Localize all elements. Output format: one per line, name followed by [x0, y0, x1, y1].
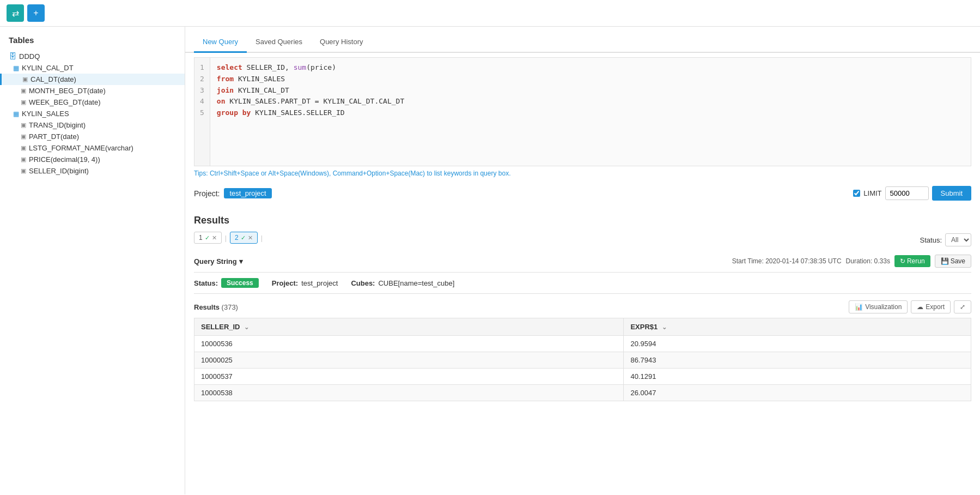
sidebar-item-part-dt[interactable]: ▣ PART_DT(date)	[0, 131, 185, 142]
exchange-button[interactable]: ⇄	[7, 4, 24, 22]
chevron-down-icon: ▾	[239, 257, 243, 265]
meta-right: Start Time: 2020-01-14 07:38:35 UTC Dura…	[732, 255, 971, 268]
start-time: Start Time: 2020-01-14 07:38:35 UTC	[732, 257, 842, 265]
tab-sep: |	[223, 234, 229, 242]
cell-seller-id: 10000538	[194, 385, 624, 401]
status-filter-area: Status: All	[920, 233, 971, 246]
sort-icon: ⌄	[662, 324, 667, 330]
sidebar-item-label: KYLIN_SALES	[22, 110, 69, 118]
cell-seller-id: 10000536	[194, 336, 624, 352]
sidebar-item-label: KYLIN_CAL_DT	[22, 64, 74, 72]
close-icon[interactable]: ✕	[212, 234, 217, 242]
status-bar: Query String ▾ Start Time: 2020-01-14 07…	[194, 255, 971, 268]
content-area: New Query Saved Queries Query History 1 …	[185, 27, 980, 494]
query-string-label-text: Query String	[194, 257, 237, 265]
submit-button[interactable]: Submit	[932, 186, 971, 201]
col-icon: ▣	[21, 144, 26, 152]
sidebar-item-label: PRICE(decimal(19, 4))	[29, 155, 100, 164]
result-tabs: 1 ✓ ✕ | 2 ✓ ✕ |	[194, 232, 265, 244]
project-group: Project: test_project	[272, 279, 338, 287]
viz-label: Visualization	[865, 303, 902, 311]
cell-expr1: 40.1291	[624, 369, 971, 385]
project-row: Project: test_project LIMIT Submit	[185, 180, 980, 206]
result-tab-num: 2	[235, 234, 239, 242]
count-label-text: Results	[194, 303, 220, 311]
cell-seller-id: 10000537	[194, 369, 624, 385]
export-icon: ☁	[917, 303, 923, 311]
rerun-icon: ↻	[900, 257, 905, 265]
export-label: Export	[926, 303, 945, 311]
sidebar-item-seller-id[interactable]: ▣ SELLER_ID(bigint)	[0, 165, 185, 177]
cubes-label: Cubes:	[351, 279, 375, 287]
status-info-label: Status:	[194, 279, 218, 287]
results-count-label: Results (373)	[194, 303, 238, 311]
sidebar-item-kylin-sales[interactable]: ▦ KYLIN_SALES	[0, 108, 185, 119]
cubes-group: Cubes: CUBE[name=test_cube]	[351, 279, 454, 287]
data-table: SELLER_ID ⌄ EXPR$1 ⌄ 10000536 20.9594 10…	[194, 318, 971, 401]
limit-checkbox[interactable]	[853, 190, 860, 197]
sidebar-item-lstg-format-name[interactable]: ▣ LSTG_FORMAT_NAME(varchar)	[0, 142, 185, 154]
status-group: Status: Success	[194, 278, 259, 288]
save-label: Save	[951, 257, 965, 265]
cell-expr1: 20.9594	[624, 336, 971, 352]
col-icon: ▣	[21, 99, 26, 106]
tabs-bar: New Query Saved Queries Query History	[185, 32, 980, 53]
check-icon: ✓	[205, 234, 210, 242]
sidebar-item-kylin-cal-dt[interactable]: ▦ KYLIN_CAL_DT	[0, 62, 185, 74]
visualization-button[interactable]: 📊 Visualization	[849, 300, 908, 313]
sidebar-item-cal-dt[interactable]: ▣ CAL_DT(date)	[0, 74, 185, 85]
sidebar-item-price[interactable]: ▣ PRICE(decimal(19, 4))	[0, 154, 185, 165]
project-label: Project:	[194, 189, 220, 198]
col-header-expr1[interactable]: EXPR$1 ⌄	[624, 318, 971, 336]
rerun-button[interactable]: ↻ Rerun	[894, 255, 930, 267]
status-filter-label: Status:	[920, 236, 942, 244]
bar-chart-icon: 📊	[855, 303, 863, 311]
col-header-seller-id[interactable]: SELLER_ID ⌄	[194, 318, 624, 336]
count-value: (373)	[222, 303, 238, 311]
expand-button[interactable]: ⤢	[954, 300, 971, 313]
sidebar-item-trans-id[interactable]: ▣ TRANS_ID(bigint)	[0, 119, 185, 131]
project-badge[interactable]: test_project	[224, 188, 271, 198]
save-button[interactable]: 💾 Save	[935, 255, 971, 268]
cell-expr1: 26.0047	[624, 385, 971, 401]
db-icon: 🗄	[9, 52, 16, 61]
code-area[interactable]: select SELLER_ID, sum(price) from KYLIN_…	[210, 58, 411, 166]
sidebar-item-label: MONTH_BEG_DT(date)	[29, 87, 106, 95]
query-editor[interactable]: 1 2 3 4 5 select SELLER_ID, sum(price) f…	[194, 57, 971, 166]
query-string-toggle[interactable]: Query String ▾	[194, 257, 243, 265]
limit-area: LIMIT Submit	[853, 186, 971, 201]
tab-query-history[interactable]: Query History	[311, 32, 372, 53]
table-icon: ▦	[13, 64, 19, 72]
result-tab-2[interactable]: 2 ✓ ✕	[230, 232, 258, 244]
cell-seller-id: 10000025	[194, 352, 624, 369]
close-icon[interactable]: ✕	[248, 234, 253, 242]
line-numbers: 1 2 3 4 5	[194, 58, 210, 166]
limit-label: LIMIT	[863, 189, 881, 197]
sidebar-item-label: TRANS_ID(bigint)	[29, 121, 86, 129]
add-button[interactable]: +	[27, 4, 45, 22]
table-row: 10000025 86.7943	[194, 352, 971, 369]
tab-sep: |	[259, 234, 265, 242]
status-badge: Success	[221, 278, 259, 288]
sidebar-title: Tables	[0, 35, 185, 50]
limit-input[interactable]	[885, 186, 929, 200]
status-select[interactable]: All	[945, 233, 971, 246]
col-icon: ▣	[21, 156, 26, 163]
results-count-row: Results (373) 📊 Visualization ☁ Export ⤢	[194, 300, 971, 313]
cubes-value: CUBE[name=test_cube]	[378, 279, 454, 287]
top-toolbar: ⇄ +	[0, 0, 980, 27]
sidebar-item-month-beg-dt[interactable]: ▣ MONTH_BEG_DT(date)	[0, 85, 185, 96]
table-row: 10000538 26.0047	[194, 385, 971, 401]
sidebar-item-label: CAL_DT(date)	[31, 75, 76, 83]
sidebar-item-week-beg-dt[interactable]: ▣ WEEK_BEG_DT(date)	[0, 96, 185, 108]
table-row: 10000537 40.1291	[194, 369, 971, 385]
col-icon: ▣	[21, 87, 26, 94]
export-button[interactable]: ☁ Export	[911, 300, 951, 313]
tab-saved-queries[interactable]: Saved Queries	[247, 32, 311, 53]
result-tab-1[interactable]: 1 ✓ ✕	[194, 232, 222, 244]
tab-new-query[interactable]: New Query	[194, 32, 247, 53]
sidebar: Tables 🗄 DDDQ ▦ KYLIN_CAL_DT ▣ CAL_DT(da…	[0, 27, 185, 494]
sidebar-item-label: WEEK_BEG_DT(date)	[29, 98, 101, 106]
sidebar-item-dddq[interactable]: 🗄 DDDQ	[0, 50, 185, 62]
viz-buttons: 📊 Visualization ☁ Export ⤢	[849, 300, 971, 313]
